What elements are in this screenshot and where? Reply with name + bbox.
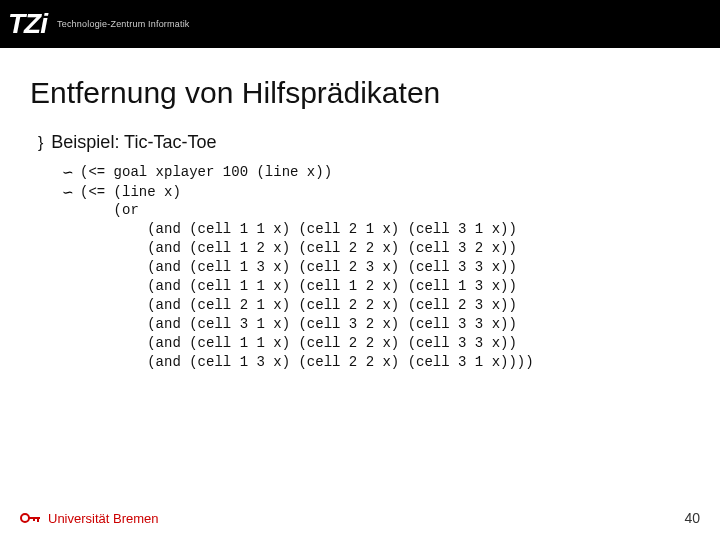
bullet-glyph-icon: } [38, 134, 43, 152]
bullet-main-text: Beispiel: Tic-Tac-Toe [51, 132, 216, 153]
content: } Beispiel: Tic-Tac-Toe ∽ (<= goal xplay… [0, 132, 720, 372]
tzi-logo: TZi [8, 8, 47, 40]
bullet-main: } Beispiel: Tic-Tac-Toe [38, 132, 690, 153]
sub-bullet-glyph-icon: ∽ [62, 163, 74, 183]
slide: TZi Technologie-Zentrum Informatik Entfe… [0, 0, 720, 540]
page-title: Entfernung von Hilfsprädikaten [30, 76, 720, 110]
sub-bullet-2: ∽ (<= (line x) (or (and (cell 1 1 x) (ce… [62, 183, 690, 372]
header-subtitle: Technologie-Zentrum Informatik [57, 19, 190, 29]
svg-point-0 [21, 514, 29, 522]
footer: Universität Bremen 40 [20, 510, 700, 526]
code-line-1: (<= goal xplayer 100 (line x)) [80, 163, 332, 182]
code-block-2: (<= (line x) (or (and (cell 1 1 x) (cell… [80, 183, 534, 372]
sub-bullets: ∽ (<= goal xplayer 100 (line x)) ∽ (<= (… [38, 163, 690, 372]
university-name: Universität Bremen [48, 511, 159, 526]
sub-bullet-glyph-icon: ∽ [62, 183, 74, 203]
header-bar: TZi Technologie-Zentrum Informatik [0, 0, 720, 48]
svg-rect-2 [37, 517, 39, 522]
svg-rect-3 [33, 517, 35, 521]
key-icon [20, 511, 42, 525]
sub-bullet-1: ∽ (<= goal xplayer 100 (line x)) [62, 163, 690, 183]
university-logo: Universität Bremen [20, 511, 159, 526]
logo-text: TZi [8, 8, 47, 40]
page-number: 40 [684, 510, 700, 526]
